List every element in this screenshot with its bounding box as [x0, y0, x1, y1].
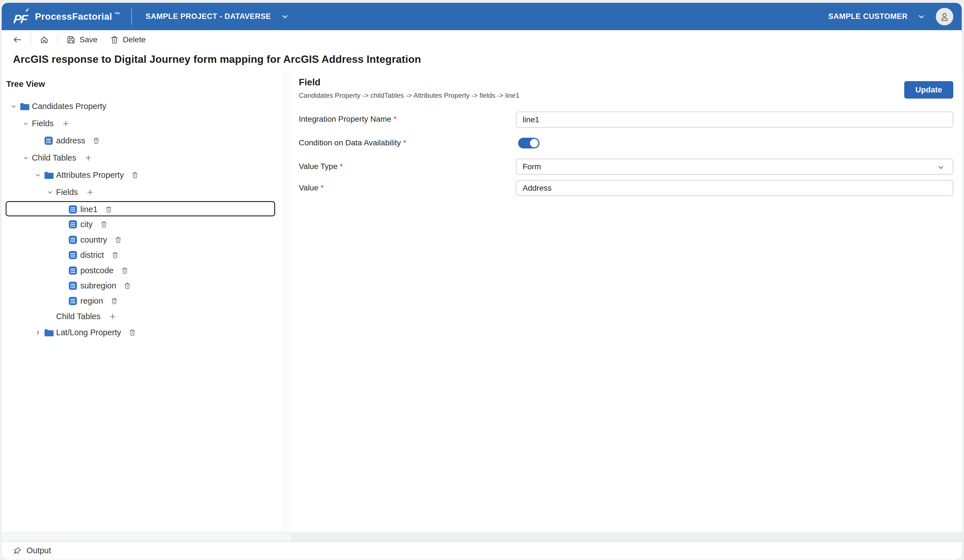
chevron-down-icon — [10, 103, 17, 110]
tree-item-country[interactable]: country — [2, 232, 282, 248]
back-button[interactable] — [12, 35, 22, 44]
tree-item-label: address — [56, 136, 85, 145]
delete-node-button[interactable] — [124, 282, 131, 290]
add-node-button[interactable] — [85, 154, 92, 162]
save-label: Save — [80, 35, 98, 44]
project-chevron-down-icon[interactable] — [281, 12, 289, 21]
tree-item-address[interactable]: address — [2, 133, 282, 149]
back-arrow-icon — [12, 35, 22, 44]
collapse-toggle[interactable] — [47, 189, 56, 195]
tree-item-fields[interactable]: Fields — [2, 115, 282, 131]
brand-title: ProcessFactorial™ — [35, 11, 120, 22]
trash-icon — [105, 206, 112, 213]
tree-item-label: district — [80, 250, 104, 260]
required-asterisk: * — [394, 115, 397, 123]
tree-item-label: line1 — [80, 205, 98, 214]
tree-item-label: Child Tables — [32, 153, 76, 162]
field-icon — [68, 296, 80, 306]
trash-icon — [124, 282, 131, 290]
tree-item-city[interactable]: city — [2, 216, 282, 232]
pin-icon — [13, 546, 22, 555]
chevron-down-icon — [47, 189, 53, 195]
collapse-toggle[interactable] — [10, 103, 20, 110]
tree-item-label: Lat/Long Property — [56, 328, 121, 337]
paper-plane-icon — [23, 8, 29, 12]
tree-item-postcode[interactable]: postcode — [2, 263, 282, 279]
top-bar: PF ProcessFactorial™ SAMPLE PROJECT - DA… — [2, 3, 962, 30]
delete-node-button[interactable] — [111, 251, 119, 259]
field-icon — [68, 220, 78, 229]
tree-panel: Tree View Candidates PropertyFieldsaddre… — [2, 70, 282, 532]
tree-item-fields[interactable]: Fields — [2, 184, 282, 200]
required-asterisk: * — [340, 162, 343, 171]
condition-toggle[interactable] — [518, 138, 539, 148]
trademark: ™ — [114, 11, 120, 18]
tree-item-label: Fields — [56, 188, 78, 197]
chevron-down-icon — [35, 172, 41, 178]
folder-icon — [20, 102, 30, 111]
field-icon — [68, 296, 78, 306]
chevron-down-icon — [23, 155, 29, 161]
tree-item-attributes-property[interactable]: Attributes Property — [2, 167, 282, 183]
trash-icon — [93, 137, 100, 144]
value-field-label: Value* — [299, 183, 324, 192]
collapse-toggle[interactable] — [23, 155, 32, 161]
integration-property-name-field[interactable] — [516, 112, 953, 128]
tree-item-child-tables[interactable]: Child Tables — [2, 308, 282, 325]
save-button[interactable]: Save — [67, 35, 98, 44]
title-bar: ArcGIS response to Digital Journey form … — [2, 49, 962, 70]
add-node-button[interactable] — [109, 313, 116, 320]
expand-toggle[interactable] — [35, 329, 44, 336]
field-icon — [68, 235, 78, 245]
output-bar[interactable]: Output — [2, 541, 962, 560]
delete-node-button[interactable] — [131, 171, 139, 179]
add-icon — [62, 120, 70, 127]
delete-node-button[interactable] — [111, 297, 118, 305]
add-node-button[interactable] — [62, 120, 70, 127]
delete-button[interactable]: Delete — [110, 35, 146, 44]
delete-node-button[interactable] — [114, 236, 122, 243]
field-icon — [68, 266, 80, 275]
field-icon — [68, 281, 80, 291]
tree-item-candidates-property[interactable]: Candidates Property — [2, 98, 282, 114]
update-button[interactable]: Update — [904, 81, 953, 99]
delete-node-button[interactable] — [105, 206, 112, 213]
add-icon — [85, 154, 92, 162]
trash-icon — [131, 171, 139, 179]
user-avatar[interactable] — [936, 8, 953, 25]
folder-icon — [44, 328, 56, 337]
home-button[interactable] — [39, 35, 49, 44]
tree-view-heading: Tree View — [6, 79, 45, 89]
project-selector-label[interactable]: SAMPLE PROJECT - DATAVERSE — [145, 12, 271, 21]
delete-node-button[interactable] — [121, 267, 129, 274]
customer-chevron-down-icon[interactable] — [917, 12, 926, 21]
tree-item-subregion[interactable]: subregion — [2, 278, 282, 294]
panel-heading: Field — [299, 77, 321, 88]
value-type-select[interactable]: Form — [516, 159, 953, 175]
output-label: Output — [26, 546, 51, 555]
field-icon — [68, 281, 78, 291]
tree-item-lat-long-property[interactable]: Lat/Long Property — [2, 325, 282, 341]
delete-node-button[interactable] — [129, 329, 136, 336]
tree-horizontal-scrollbar[interactable] — [2, 532, 290, 541]
delete-node-button[interactable] — [100, 221, 107, 228]
tree-item-label: region — [80, 296, 103, 306]
folder-icon — [20, 102, 32, 111]
add-node-button[interactable] — [86, 188, 94, 196]
tree-item-label: country — [80, 235, 107, 245]
field-icon — [44, 136, 56, 145]
tree-item-region[interactable]: region — [2, 293, 282, 309]
delete-node-button[interactable] — [93, 137, 100, 144]
tree-item-district[interactable]: district — [2, 247, 282, 263]
tree-item-child-tables[interactable]: Child Tables — [2, 150, 282, 166]
customer-selector-label[interactable]: SAMPLE CUSTOMER — [828, 12, 908, 21]
collapse-toggle[interactable] — [35, 172, 44, 178]
breadcrumb: Candidates Property -> childTables -> At… — [299, 91, 519, 99]
panel-splitter[interactable] — [282, 70, 291, 532]
tree-item-line1[interactable]: line1 — [2, 201, 282, 218]
collapse-toggle[interactable] — [23, 120, 32, 127]
field-icon — [44, 136, 53, 145]
value-field[interactable] — [516, 180, 953, 196]
field-icon — [68, 250, 78, 260]
trash-icon — [100, 221, 107, 228]
